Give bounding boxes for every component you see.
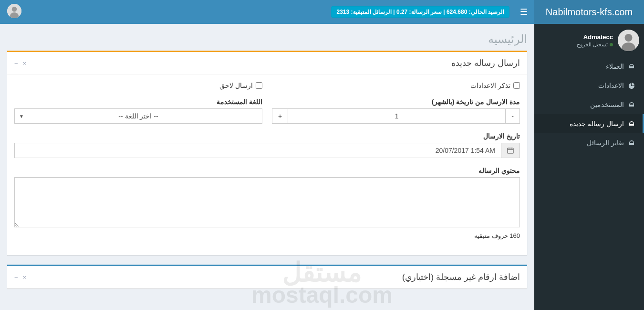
message-content-textarea[interactable]: [14, 177, 520, 227]
logout-link[interactable]: تسجيل الخروج: [577, 42, 613, 48]
send-later-label: ارسال لاحق: [219, 82, 253, 89]
remember-settings-input[interactable]: [513, 82, 520, 89]
send-later-input[interactable]: [256, 82, 262, 89]
remember-settings-checkbox[interactable]: تذكر الاعدادات: [272, 82, 520, 89]
language-label: اللغة المستخدمة: [14, 98, 262, 106]
panel-collapse-button[interactable]: −: [14, 60, 18, 67]
dashboard-icon: [628, 120, 635, 127]
svg-rect-6: [508, 148, 513, 153]
sidebar-toggle[interactable]: ☰: [513, 0, 534, 24]
page-title: الرئيسيه: [7, 32, 527, 46]
pie-icon: [628, 82, 635, 89]
svg-point-1: [12, 7, 17, 12]
panel-collapse-button[interactable]: −: [14, 274, 18, 281]
sidebar-item-label: الاعدادات: [598, 82, 624, 89]
panel-close-button[interactable]: ×: [23, 60, 27, 67]
sidebar-item-users[interactable]: المستخدمين: [534, 95, 644, 114]
sidebar-item-label: المستخدمين: [590, 101, 624, 108]
send-date-input[interactable]: [14, 143, 501, 158]
sidebar-item-new-message[interactable]: ارسال رسالة جديدة: [534, 114, 644, 133]
language-select[interactable]: -- اختر اللغة --: [14, 108, 262, 124]
brand-logo[interactable]: Nabilmotors-kfs.com: [534, 0, 644, 24]
hamburger-icon: ☰: [520, 7, 528, 17]
status-dot-icon: [610, 43, 613, 46]
duration-input[interactable]: [288, 108, 506, 124]
header-avatar[interactable]: [7, 4, 21, 18]
remember-settings-label: تذكر الاعدادات: [470, 82, 510, 89]
svg-point-4: [625, 34, 633, 42]
panel-new-message: ارسال رساله جديده − × تذكر الاعدادات: [7, 51, 527, 255]
sidebar-item-label: تقاير الرسائل: [587, 139, 624, 147]
dashboard-icon: [628, 63, 635, 70]
dashboard-icon: [628, 139, 635, 146]
message-content-label: محتوي الرساله: [14, 167, 520, 174]
dashboard-icon: [628, 101, 635, 108]
sidebar-item-label: العملاء: [606, 63, 624, 70]
user-panel: Admatecc تسجيل الخروج: [534, 24, 644, 57]
logout-label: تسجيل الخروج: [577, 42, 608, 48]
sidebar: Admatecc تسجيل الخروج العملاء الاعدادات: [534, 24, 644, 310]
sidebar-item-label: ارسال رسالة جديدة: [570, 120, 624, 128]
sidebar-item-settings[interactable]: الاعدادات: [534, 76, 644, 95]
send-date-label: تاريخ الارسال: [14, 132, 520, 140]
panel-unregistered-numbers: اضافة ارقام غير مسجلة (اختياري) − ×: [7, 265, 527, 289]
balance-badge: الرصيد الحالي: 624.680 | سعر الرسالة: 0.…: [331, 6, 509, 18]
panel-close-button[interactable]: ×: [23, 274, 27, 281]
duration-decrement-button[interactable]: -: [506, 108, 520, 124]
send-later-checkbox[interactable]: ارسال لاحق: [14, 82, 262, 89]
sidebar-item-reports[interactable]: تقاير الرسائل: [534, 133, 644, 152]
avatar: [618, 30, 639, 51]
panel-title: ارسال رساله جديده: [451, 58, 520, 68]
duration-label: مدة الارسال من تاريخة (بالشهر): [272, 98, 520, 106]
duration-increment-button[interactable]: +: [272, 108, 288, 124]
calendar-icon: [501, 143, 520, 158]
user-name: Admatecc: [577, 33, 613, 41]
panel-title: اضافة ارقام غير مسجلة (اختياري): [402, 272, 520, 282]
char-counter: 160 حروف متبقيه: [14, 232, 520, 239]
sidebar-item-customers[interactable]: العملاء: [534, 57, 644, 76]
